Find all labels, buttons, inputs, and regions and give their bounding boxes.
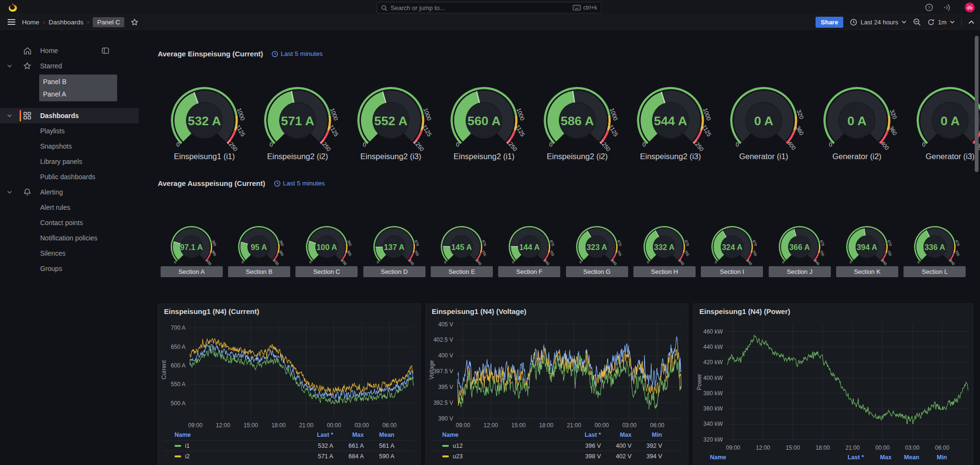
help-icon[interactable]: ? [925, 3, 933, 11]
legend-series-row[interactable]: i2571 A684 A590 A [164, 451, 414, 461]
gauge-panel[interactable]: 324 A0670755840Section I [698, 224, 766, 277]
legend-header[interactable]: Last * [836, 454, 864, 461]
gauge-panel[interactable]: 0 A0320360400Generator (i2) [810, 83, 904, 161]
gauge-panel[interactable]: 332 A0670755840Section H [631, 224, 698, 277]
sidebar-item-panel-b[interactable]: Panel B [39, 76, 117, 88]
gauge-panel[interactable]: 323 A0670755840Section G [563, 224, 631, 277]
vertical-scrollbar[interactable] [975, 36, 979, 172]
breadcrumb-dashboards[interactable]: Dashboards [49, 19, 84, 26]
legend-series-row[interactable]: u23398 V402 V394 V [432, 451, 681, 461]
section-link-button[interactable]: Section G [566, 266, 628, 277]
keyboard-icon [573, 5, 581, 11]
gauge-panel[interactable]: 571 A0100011251250Einspeisung2 (i2) [251, 83, 344, 161]
breadcrumb-current-dashboard[interactable]: Panel C [93, 17, 124, 27]
dock-sidebar-icon[interactable] [102, 47, 109, 54]
refresh-icon [927, 19, 935, 26]
timeseries-panel[interactable]: Einspeisung1 (N4) (Current)700 A650 A600… [158, 303, 421, 465]
section-link-button[interactable]: Section C [295, 266, 358, 277]
time-range-picker[interactable]: Last 24 hours [850, 19, 906, 26]
legend-header[interactable]: Name [174, 432, 191, 438]
section-link-button[interactable]: Section A [161, 266, 223, 277]
section-link-button[interactable]: Section J [769, 266, 831, 277]
sidebar-item-groups[interactable]: Groups [0, 261, 143, 276]
svg-text:00:00: 00:00 [595, 422, 609, 429]
global-search-input[interactable]: Search or jump to... ctrl+k [377, 2, 601, 13]
series-color-dash [174, 455, 181, 457]
legend-header[interactable]: Mean [892, 454, 919, 461]
chevron-down-icon[interactable] [7, 114, 13, 117]
gauge-panel[interactable]: 95 A0340385430Section B [225, 224, 293, 277]
news-rss-icon[interactable] [943, 2, 955, 13]
zoom-out-icon[interactable] [913, 18, 921, 26]
legend-header[interactable]: Max [333, 432, 364, 438]
section-link-button[interactable]: Section K [836, 266, 898, 277]
gauge-panel[interactable]: 544 A0100011251250Einspeisung2 (i3) [624, 83, 717, 161]
svg-text:03:00: 03:00 [905, 444, 919, 451]
sidebar-item-contact-points[interactable]: Contact points [0, 215, 143, 230]
breadcrumb-home[interactable]: Home [22, 19, 39, 26]
grafana-logo[interactable] [7, 2, 18, 13]
sidebar-item-silences[interactable]: Silences [0, 246, 143, 261]
section-link-button[interactable]: Section B [228, 266, 290, 277]
sidebar-item-playlists[interactable]: Playlists [0, 123, 143, 139]
gauge-panel[interactable]: 145 A0670755840Section E [428, 224, 495, 277]
sidebar-item-home[interactable]: Home [0, 43, 143, 58]
gauge-panel[interactable]: 0 A0320360400Generator (i1) [717, 83, 810, 161]
gauge-panel[interactable]: 144 A0670755840Section F [496, 224, 563, 277]
legend-header[interactable]: Last * [570, 432, 601, 438]
sidebar-item-library-panels[interactable]: Library panels [0, 154, 143, 169]
gauge-panel[interactable]: 532 A0100011251250Einspeisung1 (i1) [158, 83, 251, 161]
gauge-panel[interactable]: 336 A0670755840Section L [901, 224, 969, 277]
collapse-toolbar-icon[interactable] [969, 21, 974, 24]
legend-header[interactable]: Min [919, 454, 947, 461]
legend-header[interactable]: Max [864, 454, 892, 461]
legend-header[interactable]: Name [710, 454, 726, 461]
user-avatar[interactable] [964, 2, 975, 13]
sidebar-item-public-dashboards[interactable]: Public dashboards [0, 169, 143, 184]
chevron-down-icon[interactable] [7, 65, 13, 67]
svg-text:09:00: 09:00 [726, 444, 740, 451]
gauge-panel[interactable]: 586 A0100011251250Einspeisung2 (i2) [531, 83, 624, 161]
refresh-picker[interactable]: 1m [927, 19, 955, 26]
menu-hamburger-icon[interactable] [8, 19, 15, 25]
legend-header[interactable]: Mean [364, 432, 394, 438]
section-link-button[interactable]: Section I [701, 266, 763, 277]
legend-series-row[interactable]: i1532 A661 A561 A [164, 440, 414, 451]
row-title[interactable]: Average Ausspeisung (Current) [158, 179, 265, 187]
sidebar-item-panel-a[interactable]: Panel A [39, 88, 117, 100]
gauge-panel[interactable]: 560 A0100011251250Einspeisung2 (i1) [437, 83, 531, 161]
legend-header[interactable]: Name [442, 432, 458, 438]
time-shift-link[interactable]: Last 5 minutes [272, 50, 323, 57]
timeseries-panel[interactable]: Einspeisung1 (N4) (Power)460 kW440 kW420… [693, 303, 973, 465]
gauge-panel[interactable]: 366 A0670755840Section J [766, 224, 833, 277]
chevron-down-icon[interactable] [7, 191, 13, 194]
section-link-button[interactable]: Section E [431, 266, 493, 277]
sidebar-item-starred[interactable]: Starred [0, 58, 143, 74]
legend-series-row[interactable]: u12396 V400 V392 V [432, 440, 681, 451]
gauge-label: Generator (i1) [739, 152, 788, 161]
gauge-panel[interactable]: 100 A0340385430Section C [293, 224, 360, 277]
legend-header[interactable]: Last * [303, 432, 333, 438]
gauge-panel[interactable]: 137 A0670755840Section D [360, 224, 428, 277]
sidebar-item-alerting[interactable]: Alerting [0, 184, 143, 200]
gauge-panel[interactable]: 97.1 A0340385430Section A [158, 224, 225, 277]
legend-header[interactable]: Max [601, 432, 632, 438]
section-link-button[interactable]: Section H [633, 266, 696, 277]
section-link-button[interactable]: Section D [363, 266, 425, 277]
section-link-button[interactable]: Section F [498, 266, 560, 277]
favorite-star-icon[interactable] [131, 19, 138, 26]
sidebar-item-snapshots[interactable]: Snapshots [0, 139, 143, 154]
gauge-panel[interactable]: 394 A0670755840Section K [833, 224, 901, 277]
sidebar-item-dashboards[interactable]: Dashboards [0, 108, 139, 123]
legend-header[interactable]: Min [632, 432, 662, 438]
section-link-button[interactable]: Section L [904, 266, 966, 277]
gauge-panel[interactable]: 552 A0100011251250Einspeisung2 (i3) [344, 83, 437, 161]
sidebar-item-alert-rules[interactable]: Alert rules [0, 200, 143, 215]
time-shift-link[interactable]: Last 5 minutes [274, 180, 325, 187]
row-title[interactable]: Average Einspeisung (Current) [158, 50, 263, 58]
svg-text:03:00: 03:00 [622, 422, 637, 429]
share-button[interactable]: Share [816, 17, 843, 28]
gauge-panel[interactable]: 0 A0320360400Generator (i3) [904, 83, 980, 161]
timeseries-panel[interactable]: Einspeisung1 (N4) (Voltage)405 V402.5 V4… [425, 303, 688, 465]
sidebar-item-notification-policies[interactable]: Notification policies [0, 230, 143, 246]
